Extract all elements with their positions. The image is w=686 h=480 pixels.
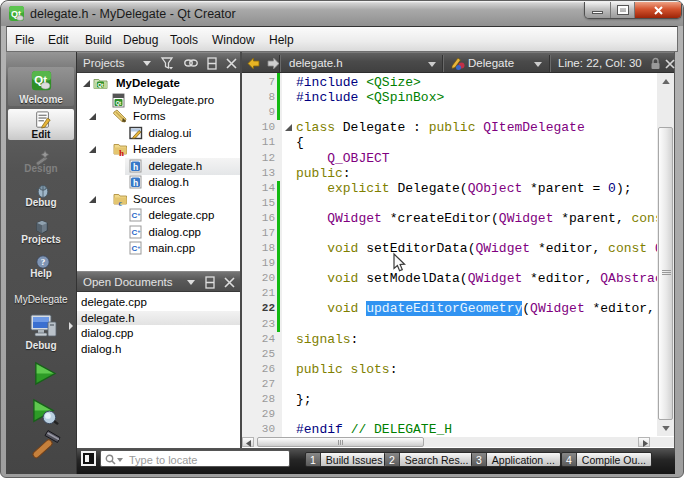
svg-text:h: h	[133, 178, 138, 188]
svg-text:Qt: Qt	[97, 82, 103, 88]
svg-text:Qt: Qt	[116, 99, 122, 105]
svg-text:+: +	[137, 244, 140, 250]
svg-text:c: c	[119, 198, 123, 207]
svg-text:+: +	[137, 211, 140, 217]
svg-text:h: h	[133, 161, 138, 171]
svg-text:?: ?	[41, 257, 46, 267]
svg-text:+: +	[137, 228, 140, 234]
svg-text:h: h	[119, 148, 124, 158]
